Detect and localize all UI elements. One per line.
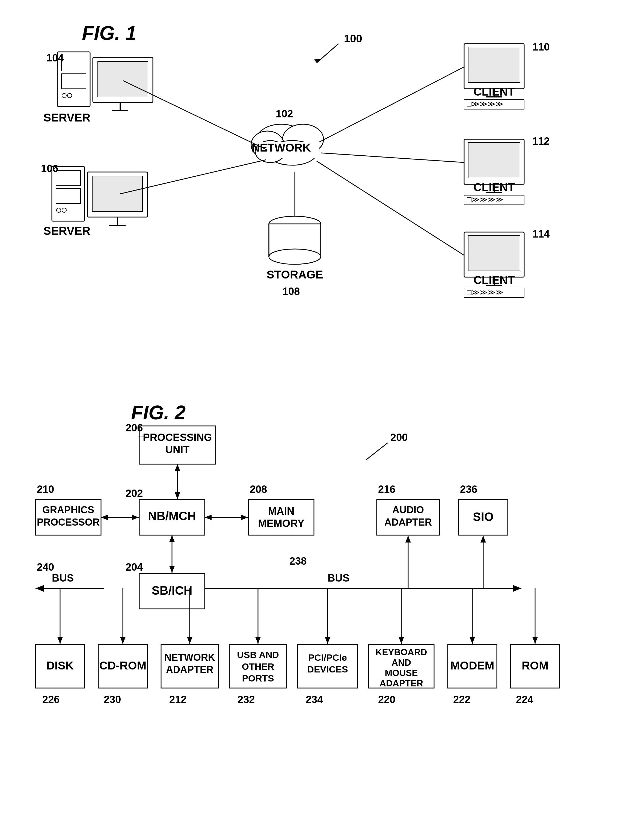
svg-text:226: 226 (42, 694, 60, 705)
svg-text:CLIENT: CLIENT (473, 273, 515, 286)
svg-text:206: 206 (126, 422, 143, 434)
svg-text:NETWORK: NETWORK (252, 141, 311, 154)
svg-text:CLIENT: CLIENT (473, 85, 515, 98)
svg-rect-49 (468, 143, 520, 178)
svg-marker-112 (35, 585, 44, 592)
svg-marker-163 (469, 637, 475, 644)
svg-rect-17 (98, 61, 148, 97)
svg-text:MOUSE: MOUSE (385, 668, 418, 678)
svg-text:□≫≫≫≫: □≫≫≫≫ (467, 195, 503, 204)
svg-rect-41 (468, 47, 520, 83)
svg-text:BUS: BUS (328, 572, 350, 584)
svg-text:DEVICES: DEVICES (307, 664, 348, 674)
svg-marker-158 (399, 637, 404, 644)
svg-text:PCI/PCIe: PCI/PCIe (308, 652, 347, 663)
svg-text:SERVER: SERVER (43, 224, 90, 237)
svg-marker-96 (132, 515, 139, 520)
svg-text:□≫≫≫≫: □≫≫≫≫ (467, 100, 503, 108)
svg-text:SERVER: SERVER (43, 111, 90, 124)
svg-text:STORAGE: STORAGE (267, 268, 323, 281)
svg-marker-114 (513, 585, 521, 592)
svg-line-64 (123, 81, 268, 150)
svg-text:ADAPTER: ADAPTER (379, 678, 423, 688)
svg-text:110: 110 (532, 41, 549, 53)
svg-line-68 (321, 153, 464, 163)
svg-rect-12 (61, 56, 86, 71)
svg-text:SIO: SIO (473, 510, 494, 523)
svg-text:NETWORK: NETWORK (164, 652, 215, 663)
svg-rect-24 (56, 189, 81, 203)
svg-text:CD-ROM: CD-ROM (100, 659, 147, 672)
svg-text:BUS: BUS (52, 572, 74, 584)
svg-text:OTHER: OTHER (242, 661, 274, 672)
svg-text:210: 210 (37, 483, 54, 495)
svg-text:232: 232 (238, 694, 255, 705)
svg-text:CLIENT: CLIENT (473, 181, 515, 193)
svg-text:102: 102 (276, 108, 293, 120)
svg-marker-126 (57, 637, 63, 644)
svg-text:KEYBOARD: KEYBOARD (376, 647, 427, 657)
svg-text:212: 212 (169, 694, 187, 705)
svg-text:240: 240 (37, 561, 54, 573)
svg-text:230: 230 (104, 694, 121, 705)
svg-text:PROCESSOR: PROCESSOR (37, 517, 100, 528)
svg-marker-108 (169, 535, 175, 542)
svg-rect-28 (92, 176, 143, 212)
svg-line-69 (317, 161, 464, 255)
svg-text:236: 236 (460, 483, 477, 495)
svg-marker-119 (405, 536, 411, 543)
svg-text:220: 220 (378, 694, 395, 705)
svg-marker-168 (532, 637, 538, 644)
svg-marker-144 (255, 637, 261, 644)
fig2-container: FIG. 2 200 PROCESSING UNIT 206 NB/MCH 20… (22, 399, 622, 808)
svg-text:ADAPTER: ADAPTER (384, 517, 432, 528)
fig1-container: FIG. 1 100 NETWORK 102 (22, 16, 622, 371)
svg-marker-121 (480, 536, 486, 543)
svg-text:208: 208 (250, 483, 267, 495)
svg-marker-137 (187, 637, 192, 644)
svg-text:114: 114 (532, 228, 549, 240)
svg-text:MODEM: MODEM (451, 659, 494, 672)
svg-text:ADAPTER: ADAPTER (166, 664, 213, 675)
svg-text:MAIN: MAIN (268, 505, 294, 517)
svg-text:222: 222 (453, 694, 471, 705)
svg-marker-88 (205, 515, 212, 520)
svg-rect-23 (56, 170, 81, 186)
svg-text:GRAPHICS: GRAPHICS (42, 504, 94, 516)
svg-rect-13 (61, 74, 86, 89)
svg-text:SB/ICH: SB/ICH (152, 584, 192, 597)
svg-rect-57 (468, 235, 520, 271)
svg-text:DISK: DISK (46, 659, 74, 672)
fig2-diagram: 200 PROCESSING UNIT 206 NB/MCH 202 MAIN … (22, 399, 623, 803)
page: FIG. 1 100 NETWORK 102 (0, 0, 644, 818)
fig1-diagram: 100 NETWORK 102 (22, 16, 623, 361)
svg-text:224: 224 (516, 694, 533, 705)
svg-text:202: 202 (126, 488, 143, 499)
svg-text:238: 238 (289, 556, 307, 567)
svg-marker-131 (120, 637, 126, 644)
svg-text:UNIT: UNIT (166, 444, 190, 456)
svg-line-67 (319, 67, 464, 142)
svg-text:ROM: ROM (522, 659, 549, 672)
svg-line-71 (366, 443, 388, 460)
svg-marker-150 (325, 637, 330, 644)
svg-line-1 (317, 44, 339, 63)
svg-point-35 (269, 249, 321, 264)
svg-text:MEMORY: MEMORY (258, 518, 304, 529)
svg-text:AUDIO: AUDIO (392, 504, 424, 516)
svg-text:□≫≫≫≫: □≫≫≫≫ (467, 288, 503, 296)
svg-text:108: 108 (282, 285, 300, 297)
svg-text:234: 234 (306, 694, 323, 705)
svg-text:NB/MCH: NB/MCH (148, 509, 196, 523)
svg-rect-83 (248, 500, 314, 535)
svg-text:106: 106 (41, 163, 58, 174)
svg-marker-81 (175, 464, 180, 471)
svg-text:USB AND: USB AND (237, 649, 279, 660)
svg-text:104: 104 (46, 52, 64, 64)
svg-text:PORTS: PORTS (242, 673, 274, 683)
svg-text:112: 112 (532, 135, 549, 147)
svg-text:204: 204 (126, 561, 143, 573)
svg-text:AND: AND (391, 657, 411, 668)
svg-marker-82 (175, 492, 180, 499)
svg-marker-95 (101, 515, 108, 520)
